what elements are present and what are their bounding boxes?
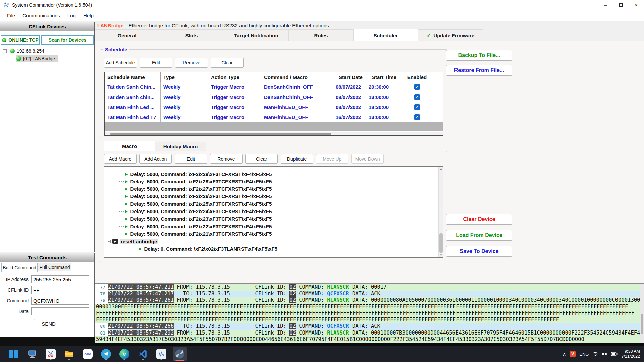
command-input[interactable] (31, 297, 89, 305)
battery-icon[interactable] (611, 352, 618, 356)
taskbar-system-commander-icon[interactable] (173, 347, 187, 361)
macro-vertical-scrollbar[interactable]: ▲ ▼ (438, 167, 443, 257)
macro-action-item[interactable]: ▶Delay: 5000, Command: \xF2\x27\xF3TCFXR… (118, 185, 272, 193)
schedule-clear-button[interactable]: Clear (211, 58, 244, 68)
checkbox-checked-icon[interactable]: ✓ (414, 94, 420, 100)
scan-for-devices-button[interactable]: Scan for Devices (41, 35, 94, 45)
unikey-v-icon[interactable]: V (570, 351, 576, 357)
tab-slots[interactable]: Slots (159, 29, 224, 41)
tree-guide (118, 219, 124, 219)
table-row[interactable]: Tat den Sanh Chin...WeeklyTrigger MacroD… (105, 82, 443, 92)
schedule-edit-button[interactable]: Edit (140, 58, 172, 68)
macro-action-item[interactable]: ▶Delay: 5000, Command: \xF2\x25\xF3TCFXR… (118, 200, 272, 207)
tree-guide (118, 226, 124, 227)
table-row[interactable]: Tat den Sanh chin...WeeklyTrigger MacroD… (105, 92, 443, 102)
minimize-icon[interactable]: ─ (598, 0, 613, 10)
macro-clear-button[interactable]: Clear (245, 154, 278, 164)
macro-action-item[interactable]: ▶Delay: 5000, Command: \xF2\x29\xF3TCFXR… (118, 170, 272, 178)
macro-action-item[interactable]: ▶Delay: 5000, Command: \xF2\x21\xF3TCFXR… (118, 230, 272, 237)
save-to-device-button[interactable]: Save To Device (446, 246, 512, 257)
log-cflink-id-badge: 02 (289, 323, 296, 329)
checkbox-checked-icon[interactable]: ✓ (414, 104, 420, 110)
checkbox-checked-icon[interactable]: ✓ (414, 114, 420, 120)
test-commands-panel: Test Commands Build Command Full Command… (0, 253, 95, 337)
schedule-add-schedule-button[interactable]: Add Schedule (104, 58, 137, 68)
taskbar-vscode-icon[interactable] (136, 347, 150, 361)
checkbox-checked-icon[interactable]: ✓ (414, 84, 420, 90)
tab-general[interactable]: General (95, 29, 159, 41)
log-data-value: ACK (371, 291, 380, 297)
macro-action-item[interactable]: ▶Delay: 5000, Command: \xF2\x23\xF3TCFXR… (118, 215, 272, 223)
tab-scheduler[interactable]: Scheduler (354, 29, 418, 42)
schedule-remove-button[interactable]: Remove (175, 58, 208, 68)
menu-item-log[interactable]: Log (64, 11, 79, 20)
speaker-muted-icon[interactable] (602, 352, 607, 356)
taskbar-zalo-icon[interactable]: Zalo (80, 347, 95, 361)
macro-remove-button[interactable]: Remove (210, 154, 243, 164)
tab-holiday-macro[interactable]: Holiday Macro (155, 142, 206, 151)
menu-item-help[interactable]: Help (79, 11, 97, 20)
log-command-value: RLANSCR (327, 284, 349, 290)
send-button[interactable]: SEND (34, 319, 63, 328)
tab-update-firmware[interactable]: ✓Update Firmware (418, 29, 483, 41)
taskbar-remote-desktop-icon[interactable] (25, 347, 39, 361)
macro-action-label: Delay: 5000, Command: \xF2\x25\xF3TCFXRS… (130, 201, 272, 207)
taskbar-file-explorer-icon[interactable] (62, 347, 76, 361)
tree-node-lanbridge[interactable]: [02] LANBridge (10, 55, 58, 62)
macro-duplicate-button[interactable]: Duplicate (281, 154, 313, 164)
restore-from-file-button[interactable]: Restore From File... (446, 65, 512, 76)
log-timestamp: 21/07/22 08:57:47.266 (108, 323, 174, 329)
scrollbar-thumb[interactable] (641, 314, 643, 334)
taskbar-edge-icon[interactable]: e (117, 347, 131, 361)
maximize-icon[interactable] (613, 0, 629, 10)
macro-action-item[interactable]: ▶Delay: 5000, Command: \xF2\x26\xF3TCFXR… (118, 193, 272, 200)
ip-address-input[interactable] (31, 275, 89, 283)
scroll-up-icon[interactable]: ▲ (439, 167, 443, 171)
tray-language-label[interactable]: ENG (579, 352, 589, 357)
online-status-button[interactable]: ONLINE: TCP (1, 35, 40, 45)
macro-group-node[interactable]: −▶resetLanbridge (107, 238, 158, 245)
wifi-icon[interactable] (592, 352, 598, 356)
clock[interactable]: 9:38 AM 7/21/2022 (621, 349, 640, 359)
taskbar-snipping-tool-icon[interactable] (44, 347, 58, 361)
play-icon: ▶ (125, 194, 128, 198)
scrollbar-thumb[interactable] (439, 233, 443, 253)
data-input[interactable] (31, 307, 89, 315)
tab-build-command[interactable]: Build Command (1, 263, 38, 272)
scrollbar-thumb[interactable] (110, 133, 331, 135)
log-command-value: RLANSCR (327, 330, 349, 336)
collapse-icon[interactable]: − (3, 49, 7, 53)
backup-to-file-button[interactable]: Backup To File... (446, 50, 512, 61)
taskbar-telegram-icon[interactable] (99, 347, 113, 361)
macro-action-item[interactable]: ▶Delay: 5000, Command: \xF2\x28\xF3TCFXR… (118, 178, 272, 185)
close-icon[interactable]: ✕ (629, 0, 644, 10)
macro-add-action-button[interactable]: Add Action (139, 154, 172, 164)
tab-rules[interactable]: Rules (289, 29, 354, 41)
cflink-id-input[interactable] (31, 286, 89, 294)
device-tab-strip: GeneralSlotsTarget NotificationRulesSche… (95, 29, 483, 41)
macro-action-item[interactable]: ▶Delay: 5000, Command: \xF2\x24\xF3TCFXR… (118, 208, 272, 215)
cell-enabled: ✓ (400, 102, 431, 112)
macro-action-item[interactable]: ▶Delay: 5000, Command: \xF2\x22\xF3TCFXR… (118, 223, 272, 230)
taskbar-system-monitor-icon[interactable] (154, 347, 168, 361)
tab-label: General (118, 33, 137, 38)
tray-chevron-up-icon[interactable]: ∧ (562, 351, 566, 357)
table-row[interactable]: Tat Man Hinh Led T7WeeklyTrigger MacroMa… (105, 112, 443, 122)
tab-macro[interactable]: Macro (104, 141, 155, 151)
menu-item-file[interactable]: File (3, 11, 19, 20)
taskbar-start-icon[interactable] (7, 347, 21, 361)
tab-full-command[interactable]: Full Command (38, 263, 71, 272)
schedule-horizontal-scrollbar[interactable] (105, 132, 443, 135)
load-from-device-button[interactable]: Load From Device (446, 230, 512, 241)
menu-item-communications[interactable]: Communications (19, 11, 64, 20)
tab-target-notification[interactable]: Target Notification (224, 29, 289, 41)
macro-action-item[interactable]: ▶Delay: 0, Command: \xF2\x02\xF3TLANRST\… (109, 245, 277, 252)
clear-device-button[interactable]: Clear Device (446, 214, 512, 225)
macro-add-macro-button[interactable]: Add Macro (104, 154, 137, 164)
tree-node-ip[interactable]: − 192.68.8.254 (3, 47, 44, 55)
title-bar: System Commander (Version 1.6.504) ─ ✕ (0, 0, 644, 10)
scroll-down-icon[interactable]: ▼ (439, 253, 443, 257)
table-row[interactable]: Tat Man Hinh Led ...WeeklyTrigger MacroM… (105, 102, 443, 112)
log-vertical-scrollbar[interactable] (640, 284, 644, 343)
macro-edit-button[interactable]: Edit (175, 154, 207, 164)
